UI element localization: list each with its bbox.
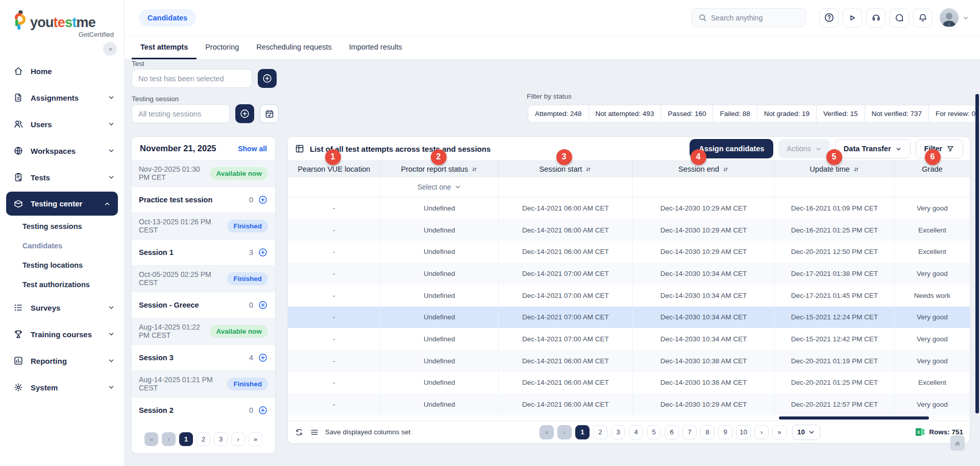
add-test-button[interactable] <box>258 69 277 88</box>
table-row[interactable]: -UndefinedDec-14-2021 06:00 AM CETDec-14… <box>288 219 970 241</box>
notifications-button[interactable] <box>913 8 933 28</box>
page-button-5[interactable]: 5 <box>647 425 661 439</box>
session-calendar-button[interactable] <box>260 104 279 123</box>
calendar-session-row[interactable]: Session - Greece0 <box>132 292 275 318</box>
calendar-page-button[interactable]: › <box>231 432 245 446</box>
excel-export-icon[interactable]: X <box>915 427 925 437</box>
help-button[interactable] <box>819 8 839 28</box>
avatar-menu-chevron-icon[interactable] <box>963 15 969 21</box>
global-search[interactable] <box>692 8 806 27</box>
table-row[interactable]: -UndefinedDec-14-2021 06:00 AM CETDec-14… <box>288 372 970 394</box>
page-size-select[interactable]: 10 <box>792 425 820 440</box>
page-button-4[interactable]: 4 <box>629 425 643 439</box>
sidebar-item-reporting[interactable]: Reporting <box>0 347 124 374</box>
add-candidate-icon[interactable] <box>258 353 268 363</box>
vertical-scrollbar-thumb[interactable] <box>975 94 979 413</box>
session-select-input[interactable] <box>132 104 230 123</box>
table-row[interactable]: -UndefinedDec-14-2021 07:00 AM CETDec-14… <box>288 307 970 329</box>
status-chip-verified[interactable]: Verified: 15 <box>816 105 865 122</box>
sidebar-subitem-testing-locations[interactable]: Testing locations <box>0 255 124 275</box>
sidebar-item-users[interactable]: Users <box>0 111 124 137</box>
page-button-«[interactable]: « <box>540 425 554 439</box>
calendar-date-row[interactable]: Aug-14-2025 01:22 PM CESTAvailable now <box>132 318 275 344</box>
sidebar-item-home[interactable]: Home <box>0 58 124 84</box>
sidebar-item-assignments[interactable]: Assignments <box>0 84 124 111</box>
status-chip-failed[interactable]: Failed: 88 <box>713 105 756 122</box>
search-input[interactable] <box>711 14 788 22</box>
sidebar-item-surveys[interactable]: Surveys <box>0 294 124 321</box>
tab-rescheduling-requests[interactable]: Rescheduling requests <box>248 36 340 59</box>
calendar-session-row[interactable]: Session 13 <box>132 239 275 266</box>
page-button-3[interactable]: 3 <box>611 425 625 439</box>
page-button-8[interactable]: 8 <box>700 425 715 439</box>
calendar-date-row[interactable]: Oct-13-2025 01:26 PM CESTFinished <box>132 213 275 239</box>
page-button-›[interactable]: › <box>754 425 769 439</box>
table-row[interactable]: -UndefinedDec-14-2021 06:00 AM CETDec-14… <box>288 241 970 263</box>
calendar-page-button[interactable]: 3 <box>214 432 228 446</box>
table-row[interactable]: -UndefinedDec-14-2021 07:00 AM CETDec-14… <box>288 285 970 307</box>
calendar-date-row[interactable]: Oct-05-2025 02:25 PM CESTFinished <box>132 265 275 292</box>
table-row[interactable]: -UndefinedDec-14-2021 07:00 AM CETDec-14… <box>288 263 970 285</box>
calendar-session-row[interactable]: Practice test session0 <box>132 187 275 213</box>
page-button-10[interactable]: 10 <box>736 425 751 439</box>
sort-icon[interactable] <box>471 166 478 173</box>
sidebar-item-tests[interactable]: Tests <box>0 164 124 191</box>
data-transfer-button[interactable]: Data Transfer <box>835 139 911 158</box>
sort-icon[interactable] <box>722 166 729 173</box>
calendar-session-row[interactable]: Session 20 <box>132 397 275 424</box>
add-candidate-icon[interactable] <box>258 247 268 258</box>
save-columns-label[interactable]: Save displayed columns set <box>325 428 410 436</box>
sidebar-item-testing-center[interactable]: Testing center <box>6 192 118 216</box>
chat-button[interactable] <box>890 8 909 28</box>
test-select-input[interactable] <box>132 69 252 88</box>
calendar-page-button[interactable]: 2 <box>197 432 210 446</box>
table-row[interactable]: -UndefinedDec-14-2021 06:00 AM CETDec-14… <box>288 393 970 415</box>
support-button[interactable] <box>866 8 886 28</box>
column-header-session-end[interactable]: Session end <box>633 161 775 177</box>
page-button-1[interactable]: 1 <box>575 425 590 439</box>
sidebar-item-workspaces[interactable]: Workspaces <box>0 137 124 164</box>
page-button-7[interactable]: 7 <box>682 425 697 439</box>
sidebar-item-system[interactable]: System <box>0 374 124 401</box>
calendar-page-button[interactable]: « <box>144 432 158 446</box>
avatar[interactable] <box>940 8 959 27</box>
refresh-icon[interactable] <box>295 428 304 437</box>
sidebar-subitem-testing-sessions[interactable]: Testing sessions <box>0 217 124 236</box>
actions-button[interactable]: Actions <box>778 139 830 158</box>
sidebar-subitem-candidates[interactable]: Candidates <box>0 236 124 255</box>
calendar-page-button[interactable]: ‹ <box>162 432 176 446</box>
tutorials-button[interactable] <box>843 8 862 28</box>
status-chip-passed[interactable]: Passed: 160 <box>660 105 713 122</box>
columns-menu-icon[interactable] <box>310 428 319 437</box>
page-button-»[interactable]: » <box>772 425 787 439</box>
page-button-6[interactable]: 6 <box>665 425 679 439</box>
status-chip-attempted[interactable]: Attempted: 248 <box>528 105 589 122</box>
add-candidate-icon[interactable] <box>258 405 268 415</box>
column-filter-cell[interactable]: Select one <box>381 177 499 197</box>
add-candidate-icon[interactable] <box>258 300 268 310</box>
tab-test-attempts[interactable]: Test attempts <box>132 36 197 59</box>
status-chip-for-review[interactable]: For review: 0 <box>928 105 980 122</box>
calendar-page-button[interactable]: 1 <box>179 432 193 446</box>
table-row[interactable]: -UndefinedDec-14-2021 06:00 AM CETDec-14… <box>288 197 970 219</box>
add-session-button[interactable] <box>235 104 254 123</box>
breadcrumb[interactable]: Candidates <box>139 9 196 27</box>
table-row[interactable]: -UndefinedDec-14-2021 07:00 AM CETDec-14… <box>288 328 970 350</box>
page-button-2[interactable]: 2 <box>593 425 607 439</box>
sidebar-subitem-test-authorizations[interactable]: Test authorizations <box>0 275 124 294</box>
status-chip-not-verified[interactable]: Not verified: 737 <box>865 105 928 122</box>
sort-icon[interactable] <box>585 166 592 173</box>
sidebar-collapse-button[interactable]: « <box>103 42 117 56</box>
page-button-‹[interactable]: ‹ <box>557 425 572 439</box>
status-chip-not-graded[interactable]: Not graded: 19 <box>757 105 816 122</box>
table-row[interactable]: -UndefinedDec-14-2021 06:00 AM CETDec-14… <box>288 350 970 372</box>
horizontal-scrollbar-thumb[interactable] <box>779 416 929 420</box>
tab-proctoring[interactable]: Proctoring <box>197 36 248 59</box>
calendar-page-button[interactable]: » <box>249 432 262 446</box>
scroll-top-button[interactable] <box>950 435 965 451</box>
add-candidate-icon[interactable] <box>258 195 268 205</box>
page-button-9[interactable]: 9 <box>718 425 732 439</box>
status-chip-not-attempted[interactable]: Not attempted: 493 <box>589 105 661 122</box>
calendar-date-row[interactable]: Aug-14-2025 01:21 PM CESTFinished <box>132 370 275 397</box>
tab-imported-results[interactable]: Imported results <box>340 36 411 59</box>
